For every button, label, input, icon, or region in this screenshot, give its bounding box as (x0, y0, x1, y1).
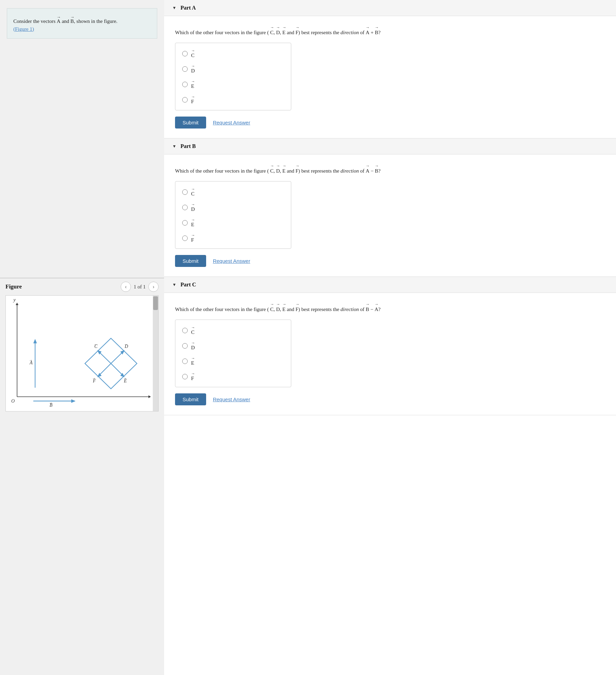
part-c-radio-d[interactable] (182, 343, 188, 349)
part-b-submit-button[interactable]: Submit (175, 255, 206, 267)
figure-title: Figure (5, 283, 22, 290)
part-c-label-e: E→ (191, 356, 194, 366)
part-a-label-d: D→ (191, 64, 195, 74)
part-a-radio-d[interactable] (182, 66, 188, 72)
scroll-thumb (153, 296, 158, 310)
part-c-label: Part C (180, 282, 196, 288)
part-a-radio-c[interactable] (182, 51, 188, 56)
figure-header: Figure ‹ 1 of 1 › (0, 278, 164, 295)
svg-text:→: → (92, 376, 96, 380)
part-b-option-d[interactable]: D→ (182, 201, 284, 214)
part-b-request-answer-button[interactable]: Request Answer (213, 258, 250, 264)
part-a-submit-button[interactable]: Submit (175, 117, 206, 129)
figure-pagination: 1 of 1 (134, 284, 146, 290)
part-b-label-e: E→ (191, 218, 194, 228)
part-c-options: C→ D→ E→ F→ (175, 320, 291, 387)
left-panel: Consider the vectors A→ and B→, shown in… (0, 0, 164, 675)
part-c-header[interactable]: ▼ Part C (164, 277, 616, 293)
part-a-option-d[interactable]: D→ (182, 63, 284, 75)
part-b-actions: Submit Request Answer (175, 255, 605, 267)
svg-text:→: → (49, 401, 53, 405)
part-b-options: C→ D→ E→ F→ (175, 181, 291, 249)
part-b-question: Which of the other four vectors in the f… (175, 163, 605, 175)
part-c-section: ▼ Part C Which of the other four vectors… (164, 277, 616, 415)
part-b-content: Which of the other four vectors in the f… (164, 154, 616, 276)
part-a-option-e[interactable]: E→ (182, 78, 284, 91)
part-c-radio-c[interactable] (182, 328, 188, 333)
part-b-radio-f[interactable] (182, 235, 188, 241)
part-a-label-f: F→ (191, 95, 194, 105)
part-c-content: Which of the other four vectors in the f… (164, 293, 616, 415)
figure-nav: ‹ 1 of 1 › (121, 282, 159, 292)
part-a-collapse-icon: ▼ (172, 5, 176, 11)
part-b-collapse-icon: ▼ (172, 144, 176, 149)
svg-text:→: → (123, 376, 127, 380)
part-c-label-f: F→ (191, 372, 194, 381)
part-a-section: ▼ Part A Which of the other four vectors… (164, 0, 616, 138)
part-c-question: Which of the other four vectors in the f… (175, 301, 605, 313)
context-text: Consider the vectors A→ and B→, shown in… (13, 18, 118, 24)
figure-prev-button[interactable]: ‹ (121, 282, 131, 292)
part-b-option-c[interactable]: C→ (182, 186, 284, 198)
part-c-actions: Submit Request Answer (175, 393, 605, 405)
part-c-option-d[interactable]: D→ (182, 339, 284, 352)
part-c-label-d: D→ (191, 341, 195, 351)
figure-section: Figure ‹ 1 of 1 › x (0, 278, 164, 417)
part-c-option-c[interactable]: C→ (182, 324, 284, 337)
part-b-label-c: C→ (191, 187, 195, 197)
figure-canvas: x y O A → B → (5, 295, 159, 411)
context-box: Consider the vectors A→ and B→, shown in… (7, 8, 157, 39)
part-b-label: Part B (180, 143, 196, 149)
part-a-label-e: E→ (191, 79, 194, 89)
part-a-radio-f[interactable] (182, 97, 188, 103)
figure-link[interactable]: (Figure 1) (13, 26, 34, 32)
part-c-option-e[interactable]: E→ (182, 355, 284, 367)
right-panel: ▼ Part A Which of the other four vectors… (164, 0, 616, 675)
part-b-section: ▼ Part B Which of the other four vectors… (164, 138, 616, 277)
part-a-actions: Submit Request Answer (175, 117, 605, 129)
part-b-radio-e[interactable] (182, 220, 188, 226)
part-a-content: Which of the other four vectors in the f… (164, 16, 616, 138)
svg-text:→: → (94, 342, 97, 346)
figure-svg: x y O A → B → (6, 296, 158, 411)
figure-next-button[interactable]: › (148, 282, 159, 292)
part-b-option-e[interactable]: E→ (182, 216, 284, 229)
part-a-radio-e[interactable] (182, 82, 188, 87)
part-c-label-c: C→ (191, 325, 195, 335)
part-a-header[interactable]: ▼ Part A (164, 0, 616, 16)
part-a-request-answer-button[interactable]: Request Answer (213, 120, 250, 125)
svg-text:O: O (11, 399, 15, 404)
part-a-option-c[interactable]: C→ (182, 47, 284, 60)
svg-text:y: y (13, 297, 16, 302)
part-a-label: Part A (180, 5, 196, 11)
part-b-radio-d[interactable] (182, 205, 188, 210)
part-c-submit-button[interactable]: Submit (175, 393, 206, 405)
part-a-option-f[interactable]: F→ (182, 93, 284, 106)
svg-text:→: → (124, 342, 128, 346)
part-c-collapse-icon: ▼ (172, 282, 176, 287)
part-b-label-f: F→ (191, 233, 194, 243)
part-a-question: Which of the other four vectors in the f… (175, 24, 605, 37)
figure-scrollbar[interactable] (153, 296, 158, 411)
part-b-header[interactable]: ▼ Part B (164, 138, 616, 154)
svg-text:→: → (29, 358, 33, 362)
part-b-radio-c[interactable] (182, 189, 188, 195)
part-a-options: C→ D→ E→ F→ (175, 43, 291, 110)
part-b-label-d: D→ (191, 202, 195, 212)
part-c-option-f[interactable]: F→ (182, 370, 284, 383)
part-b-option-f[interactable]: F→ (182, 232, 284, 244)
part-c-radio-f[interactable] (182, 374, 188, 379)
part-c-radio-e[interactable] (182, 359, 188, 364)
part-a-label-c: C→ (191, 49, 195, 58)
svg-rect-0 (6, 296, 158, 411)
part-c-request-answer-button[interactable]: Request Answer (213, 396, 250, 402)
